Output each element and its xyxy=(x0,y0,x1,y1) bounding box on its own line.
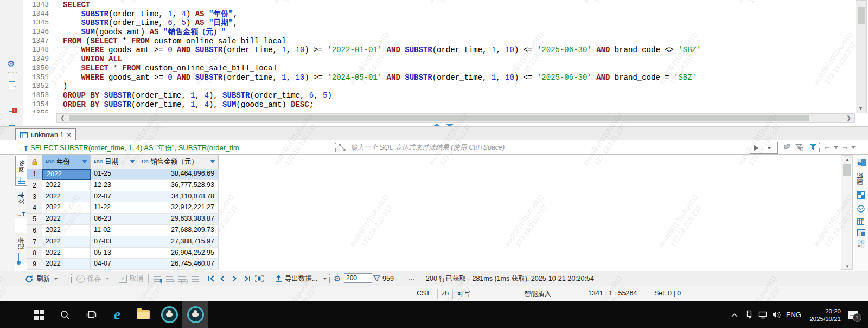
nav-forward-icon[interactable]: → xyxy=(841,142,848,151)
row-number[interactable]: 9 xyxy=(27,259,42,270)
grid-vscrollbar[interactable]: ▲ ▼ xyxy=(841,155,853,270)
writable-indicator[interactable]: 可写 xyxy=(457,290,470,299)
grid-cell[interactable]: 2022 xyxy=(42,236,91,248)
grid-cell[interactable]: 27,388,715.97 xyxy=(138,236,219,248)
fetch-size-input[interactable] xyxy=(344,273,372,283)
table-row[interactable]: 1202201-2538,464,896.69 xyxy=(27,169,219,180)
dbeaver-active-button[interactable] xyxy=(182,301,208,328)
metadata-icon[interactable] xyxy=(857,205,865,213)
table-row[interactable]: 9202204-0726,745,460.07 xyxy=(27,259,219,270)
code-line[interactable]: FROM (SELECT * FROM custom_online_sale_b… xyxy=(63,37,860,46)
taskbar-search-button[interactable] xyxy=(52,301,78,328)
code-line[interactable]: WHERE goods_amt >= 0 AND SUBSTR(order_ti… xyxy=(63,46,860,55)
editor-hscrollbar[interactable]: ❮ ❯ xyxy=(56,113,855,123)
grid-cell[interactable]: 2022 xyxy=(42,248,91,259)
nav-back-dropdown-icon[interactable] xyxy=(834,146,838,149)
table-row[interactable]: 6202211-0227,688,209.73 xyxy=(27,225,219,236)
grid-cell[interactable]: 04-07 xyxy=(91,259,138,270)
code-line[interactable]: ) xyxy=(63,82,860,91)
code-line[interactable]: ORDER BY SUBSTR(order_time, 1, 4), SUM(g… xyxy=(63,100,860,110)
column-header-1[interactable]: ABC年份 xyxy=(42,155,91,169)
caret-position-indicator[interactable]: 1341 : 1 : 55264 xyxy=(588,290,637,297)
filter-sql-text[interactable]: SELECT SUBSTR(order_time, 1, 4) AS "年份",… xyxy=(30,143,333,153)
grid-cell[interactable]: 2022 xyxy=(42,169,91,180)
save-button[interactable]: ✓ 保存 xyxy=(76,271,110,286)
previous-row-button[interactable] xyxy=(219,271,226,286)
expand-filter-icon[interactable] xyxy=(339,144,346,151)
duplicate-row-button[interactable]: (+) xyxy=(178,271,186,286)
save-filter-icon[interactable] xyxy=(795,144,803,151)
column-dropdown-icon[interactable] xyxy=(82,160,87,163)
grid-cell[interactable]: 27,688,209.73 xyxy=(138,225,219,236)
add-row-button[interactable]: + xyxy=(166,271,173,286)
filter-input[interactable]: 输入一个 SQL 表达式来过滤结果 (使用 Ctrl+Space) xyxy=(350,143,505,152)
custom-filter-icon[interactable] xyxy=(809,143,817,151)
row-number[interactable]: 3 xyxy=(27,191,42,203)
tab-unknown-1[interactable]: unknown 1 × xyxy=(15,128,76,141)
grid-cell[interactable]: 2022 xyxy=(42,180,91,191)
start-button[interactable] xyxy=(26,301,52,328)
presentation-tab-record[interactable]: 记录 xyxy=(15,233,27,263)
grid-cell[interactable]: 2022 xyxy=(42,259,91,270)
gear-icon[interactable]: ⚙ xyxy=(7,59,15,69)
scroll-up-icon[interactable]: ▲ xyxy=(845,157,850,162)
row-number[interactable]: 2 xyxy=(27,180,42,191)
tray-usb-button[interactable] xyxy=(742,301,755,328)
row-limit-indicator[interactable]: 959 xyxy=(373,271,394,286)
tab-close-icon[interactable]: × xyxy=(67,131,71,139)
edit-cell-button[interactable]: ✎ xyxy=(154,271,161,286)
code-line[interactable]: GROUP BY SUBSTR(order_time, 1, 4), SUBST… xyxy=(63,91,860,100)
insert-mode-indicator[interactable]: 智能插入 xyxy=(524,290,551,299)
first-row-button[interactable] xyxy=(207,271,215,286)
grid-cell[interactable]: 26,904,252.95 xyxy=(138,248,219,259)
row-number[interactable]: 4 xyxy=(27,202,42,214)
column-header-3[interactable]: 123销售金额（元） xyxy=(138,155,219,169)
fetch-page-button[interactable] xyxy=(255,271,264,286)
table-row[interactable]: 8202205-1326,904,252.95 xyxy=(27,248,219,259)
presentation-tab-grid[interactable]: 网格 xyxy=(15,156,27,186)
nav-forward-dropdown-icon[interactable] xyxy=(851,146,856,149)
grid-cell[interactable]: 2022 xyxy=(42,214,91,225)
delete-row-button[interactable]: − xyxy=(192,271,199,286)
tray-network-button[interactable] xyxy=(756,301,769,328)
table-row[interactable]: 3202202-0734,110,078.78 xyxy=(27,191,219,203)
script-output-icon[interactable]: → xyxy=(9,81,15,89)
scroll-down-icon[interactable]: ▼ xyxy=(845,264,850,269)
tray-clock[interactable]: 20:202025/10/21 xyxy=(803,301,841,328)
row-number[interactable]: 5 xyxy=(27,214,42,225)
grid-cell[interactable]: 06-23 xyxy=(91,214,138,225)
nav-back-icon[interactable]: ← xyxy=(824,142,831,151)
file-explorer-button[interactable] xyxy=(130,301,156,328)
save-dropdown-icon[interactable] xyxy=(105,278,110,280)
tray-language-button[interactable]: ENG xyxy=(784,301,803,328)
grid-cell[interactable]: 02-07 xyxy=(91,191,138,203)
code-line[interactable]: SUBSTR(order_time, 1, 4) AS "年份", xyxy=(63,10,860,19)
row-number[interactable]: 1 xyxy=(27,169,42,180)
calc-panel-icon[interactable]: + xyxy=(857,217,865,226)
scroll-left-icon[interactable]: ❮ xyxy=(60,115,65,121)
apply-filter-button[interactable] xyxy=(754,145,758,151)
notification-center-button[interactable]: 1 xyxy=(842,301,864,328)
export-dropdown-icon[interactable] xyxy=(323,278,327,280)
table-row[interactable]: 7202207-0327,388,715.97 xyxy=(27,236,219,248)
internet-explorer-button[interactable]: e xyxy=(104,301,130,328)
grid-cell[interactable]: 11-22 xyxy=(91,202,138,214)
aggregate-panel-icon[interactable]: ⊟⊞⊗⊟ xyxy=(857,240,865,248)
filter-history-dropdown-icon[interactable] xyxy=(767,147,771,149)
presentation-tab-text[interactable]: 文本 ↔T xyxy=(15,188,27,218)
code-line[interactable]: SUM(goods_amt) AS "销售金额（元）" xyxy=(63,28,860,37)
row-number[interactable]: 6 xyxy=(27,225,42,236)
task-view-button[interactable] xyxy=(78,301,104,328)
refresh-dropdown-icon[interactable] xyxy=(54,278,58,280)
code-line[interactable]: UNION ALL xyxy=(63,55,860,64)
value-viewer-icon[interactable] xyxy=(857,191,865,199)
selection-indicator[interactable]: Sel: 0 | 0 xyxy=(654,290,681,297)
column-dropdown-icon[interactable] xyxy=(210,160,215,163)
tray-volume-button[interactable] xyxy=(769,301,783,328)
lock-column-header[interactable] xyxy=(27,155,42,169)
editor-vscrollbar[interactable]: ▾ xyxy=(856,0,867,113)
grid-cell[interactable]: 05-13 xyxy=(91,248,138,259)
column-dropdown-icon[interactable] xyxy=(130,160,135,163)
grid-cell[interactable]: 07-03 xyxy=(91,236,138,248)
scroll-right-icon[interactable]: ❯ xyxy=(847,115,851,121)
